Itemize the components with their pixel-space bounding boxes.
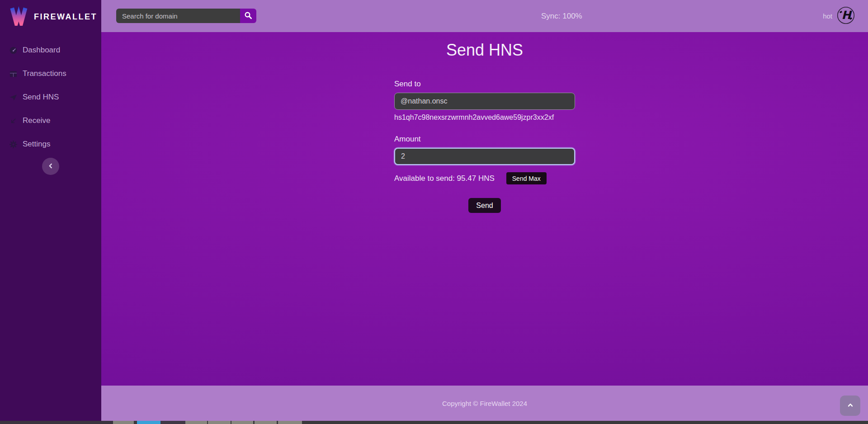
topbar: Sync: 100% hot H [101, 0, 868, 32]
copyright-text: Copyright © FireWallet 2024 [442, 400, 527, 407]
dashboard-gauge-icon [9, 46, 18, 55]
wallet-indicator: hot H [823, 0, 855, 32]
amount-field[interactable] [394, 148, 575, 165]
send-button[interactable]: Send [468, 198, 500, 213]
sidebar-item-receive[interactable]: Receive [0, 109, 101, 132]
handshake-icon[interactable]: H [837, 6, 855, 26]
sidebar-item-settings[interactable]: Settings [0, 132, 101, 156]
gear-icon [9, 140, 18, 149]
table-icon [9, 70, 18, 78]
taskbar-window-button[interactable] [231, 421, 253, 424]
sidebar-item-label: Transactions [23, 69, 66, 78]
amount-label: Amount [394, 135, 575, 144]
sidebar-item-send-hns[interactable]: Send HNS [0, 85, 101, 109]
wallet-name-label: hot [823, 12, 832, 20]
sidebar-nav: Dashboard Transactions Send HNS [0, 38, 101, 156]
arrow-down-left-icon [9, 117, 18, 125]
chevron-up-icon [847, 401, 854, 410]
taskbar-window-button[interactable] [278, 421, 302, 424]
firewallet-logo-icon [9, 6, 28, 28]
chevron-left-icon [47, 162, 55, 171]
send-to-label: Send to [394, 80, 575, 89]
send-to-field[interactable] [394, 93, 575, 110]
sidebar-item-label: Send HNS [23, 93, 59, 102]
taskbar-sliver [0, 421, 868, 424]
taskbar-window-button[interactable] [208, 421, 231, 424]
taskbar-active-window-button[interactable] [137, 421, 160, 424]
sync-status: Sync: 100% [541, 0, 582, 32]
brand: FIREWALLET [0, 0, 101, 28]
search-input[interactable] [116, 9, 240, 23]
available-row: Available to send: 95.47 HNS Send Max [394, 172, 575, 184]
domain-search [116, 9, 256, 23]
svg-text:H: H [842, 9, 853, 22]
search-button[interactable] [240, 9, 256, 23]
taskbar-window-button[interactable] [160, 421, 185, 424]
taskbar-segment [0, 421, 113, 424]
send-form: Send to hs1qh7c98nexsrzwrmnh2avved6awe59… [394, 80, 575, 213]
send-hns-page: Send HNS Send to hs1qh7c98nexsrzwrmnh2av… [101, 32, 868, 386]
taskbar-window-button[interactable] [113, 421, 134, 424]
sidebar-item-transactions[interactable]: Transactions [0, 62, 101, 85]
search-icon [244, 11, 252, 21]
taskbar-window-button[interactable] [255, 421, 277, 424]
sidebar-item-label: Dashboard [23, 46, 60, 55]
sidebar-item-label: Settings [23, 140, 50, 149]
collapse-sidebar-button[interactable] [42, 158, 59, 175]
scroll-to-top-button[interactable] [840, 396, 860, 416]
send-plane-icon [9, 93, 18, 102]
footer: Copyright © FireWallet 2024 [101, 386, 868, 421]
send-max-button[interactable]: Send Max [506, 172, 547, 184]
resolved-address: hs1qh7c98nexsrzwrmnh2avved6awe59jzpr3xx2… [394, 113, 575, 122]
page-title: Send HNS [101, 32, 868, 60]
sidebar-item-dashboard[interactable]: Dashboard [0, 38, 101, 62]
sidebar: FIREWALLET Dashboard Transactions [0, 0, 101, 421]
available-to-send-text: Available to send: 95.47 HNS [394, 174, 495, 183]
sidebar-item-label: Receive [23, 116, 50, 125]
brand-name: FIREWALLET [34, 12, 97, 22]
taskbar-window-button[interactable] [185, 421, 207, 424]
